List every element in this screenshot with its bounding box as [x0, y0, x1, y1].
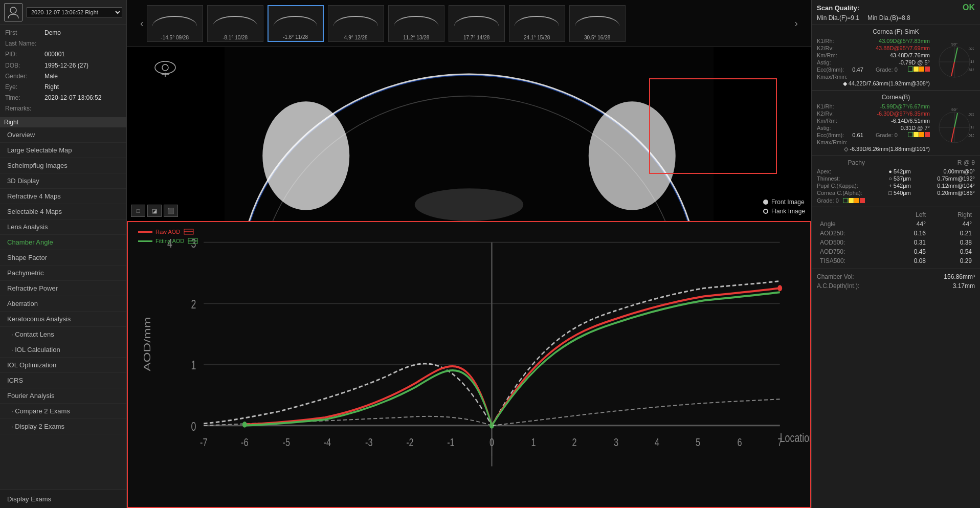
sidebar-item-icrs[interactable]: ICRS	[0, 373, 126, 388]
pid-value: 000001	[44, 50, 121, 59]
cornea-f-km: Km/Rm: 43.48D/7.76mm	[817, 52, 930, 59]
svg-point-7	[415, 188, 524, 221]
exam-selector[interactable]: 2020-12-07 13:06:52 Right	[27, 7, 122, 17]
svg-point-8	[155, 61, 175, 74]
svg-text:0: 0	[191, 419, 196, 433]
cornea-b-kmax: Kmax/Rmin:	[817, 139, 930, 146]
thumbnail-6[interactable]: 17.7° 14/28	[449, 5, 505, 42]
svg-point-0	[10, 7, 16, 13]
sidebar-item-iol-opt[interactable]: IOL Optimization	[0, 358, 126, 373]
sidebar-item-pachymetric[interactable]: Pachymetric	[0, 266, 126, 281]
pachy-col-header: Pachy	[817, 159, 896, 166]
svg-text:-4: -4	[324, 436, 331, 448]
sidebar-item-chamber-angle[interactable]: Chamber Angle	[0, 235, 126, 250]
chamber-vol-value: 156.86mm³	[944, 273, 975, 280]
svg-text:-7: -7	[200, 436, 207, 448]
table-row: TISA500: 0.08 0.29	[817, 256, 975, 266]
ac-depth-row: A.C.Depth(Int.): 3.17mm	[817, 281, 975, 291]
image-controls: □ ◪ ⬛	[131, 205, 178, 217]
thumbnail-8[interactable]: 30.5° 16/28	[569, 5, 626, 42]
cornea-b-chart: 90° 180° .022' .515'	[934, 103, 975, 152]
cornea-b-ecc: Ecc(8mm): 0.61 Grade: 0	[817, 131, 930, 139]
sidebar-item-display2[interactable]: · Display 2 Exams	[0, 419, 126, 434]
svg-text:90°: 90°	[951, 43, 957, 47]
eye-image-area: □ ◪ ⬛ Front Image Flank Image	[127, 47, 811, 221]
svg-text:-2: -2	[406, 436, 413, 448]
thumb-prev-button[interactable]: ‹	[137, 17, 147, 29]
sidebar-item-scheimpflug[interactable]: Scheimpflug Images	[0, 158, 126, 173]
svg-text:1: 1	[191, 359, 196, 372]
svg-point-9	[162, 64, 168, 71]
legend-raw-aod: Raw AOD	[138, 228, 198, 235]
svg-line-54	[954, 48, 957, 62]
cornea-b-astig: Astig: 0.31D @ 7°	[817, 124, 930, 131]
sidebar-item-large-map[interactable]: Large Selectable Map	[0, 143, 126, 158]
legend-flank: Flank Image	[763, 208, 805, 215]
sidebar-item-contact-lens[interactable]: · Contact Lens	[0, 327, 126, 342]
cornea-b-section: Cornea(B) K1/Rh: -5.99D@7°/6.67mm K2/Rv:…	[812, 91, 980, 156]
thumbnail-2[interactable]: -8.1° 10/28	[207, 5, 263, 42]
sidebar-item-iol-calc[interactable]: · IOL Calculation	[0, 342, 126, 358]
pachy-grid: Apex: ● 542μm 0.00mm@0° Thinnest: ○ 537μ…	[817, 168, 975, 196]
svg-point-46	[242, 422, 247, 428]
main-area: ‹ -14.5° 09/28 -8.1° 10/28 -1.6° 11/28 4…	[127, 0, 811, 508]
chart-legend: Raw AOD Fitting AOD	[138, 228, 198, 245]
sidebar-item-shape-factor[interactable]: Shape Factor	[0, 250, 126, 266]
cornea-b-data: K1/Rh: -5.99D@7°/6.67mm K2/Rv: -6.30D@97…	[817, 103, 930, 152]
sidebar-item-overview[interactable]: Overview	[0, 127, 126, 143]
right-panel: Scan Quality: OK Min Dia.(F)=9.1 Min Dia…	[811, 0, 980, 508]
chamber-vol-label: Chamber Vol:	[817, 273, 854, 280]
thumbnail-5[interactable]: 11.2° 13/28	[388, 5, 444, 42]
last-label: Last Name:	[5, 39, 43, 49]
sidebar-item-keratoconus[interactable]: Keratoconus Analysis	[0, 312, 126, 327]
first-value: Demo	[44, 28, 121, 38]
zoom-box-button[interactable]: □	[131, 205, 145, 217]
cornea-f-k2: K2/Rv: 43.88D@95°/7.69mm	[817, 45, 930, 52]
svg-line-64	[951, 127, 954, 142]
sidebar-item-3d[interactable]: 3D Display	[0, 173, 126, 189]
svg-text:Location/mm: Location/mm	[780, 431, 810, 444]
svg-point-48	[777, 285, 782, 291]
svg-text:-5: -5	[283, 436, 290, 448]
dob-label: DOB:	[5, 61, 43, 71]
sidebar-item-compare2[interactable]: · Compare 2 Exams	[0, 404, 126, 419]
legend-fitting-aod: Fitting AOD	[138, 237, 198, 245]
sidebar-item-refractive4[interactable]: Refractive 4 Maps	[0, 189, 126, 204]
thumb-next-button[interactable]: ›	[791, 17, 801, 29]
svg-text:1: 1	[531, 436, 536, 448]
pachy-grade: Grade: 0	[817, 197, 975, 204]
thumbnail-3[interactable]: -1.6° 11/28	[268, 5, 324, 42]
cornea-b-k1: K1/Rh: -5.99D@7°/6.67mm	[817, 103, 930, 110]
scan-quality-section: Scan Quality: OK Min Dia.(F)=9.1 Min Dia…	[812, 0, 980, 25]
first-label: First	[5, 28, 43, 38]
svg-text:180°: 180°	[970, 125, 974, 129]
display-exams-button[interactable]: Display Exams	[0, 490, 126, 508]
sidebar-item-lens[interactable]: Lens Analysis	[0, 219, 126, 235]
cornea-f-kmax: Kmax/Rmin:	[817, 73, 930, 80]
patient-header: 2020-12-07 13:06:52 Right	[0, 0, 126, 25]
eye-icon	[152, 57, 178, 81]
svg-line-55	[951, 62, 954, 76]
aod-chart: 0 1 2 3 4 AOD/mm -7 -6 -5 -4 -3 -2 -1 0 …	[128, 222, 810, 507]
angle-table: Left Right Angle 44° 44° AOD250: 0.16 0.…	[817, 210, 975, 266]
sidebar-item-fourier[interactable]: Fourier Analysis	[0, 388, 126, 404]
svg-text:AOD/mm: AOD/mm	[142, 317, 153, 371]
svg-point-6	[589, 101, 676, 210]
thumbnail-bar: ‹ -14.5° 09/28 -8.1° 10/28 -1.6° 11/28 4…	[127, 0, 811, 47]
svg-text:-6: -6	[241, 436, 248, 448]
thumbnail-4[interactable]: 4.9° 12/28	[328, 5, 384, 42]
cornea-b-kmax-val: ◇ -6.39D/6.26mm(1.88mm@101°)	[817, 146, 930, 152]
invert-button[interactable]: ⬛	[164, 205, 178, 217]
bottom-metrics: Chamber Vol: 156.86mm³ A.C.Depth(Int.): …	[812, 269, 980, 294]
legend-front: Front Image	[763, 198, 805, 206]
thumbnail-7[interactable]: 24.1° 15/28	[509, 5, 565, 42]
pid-label: PID:	[5, 50, 43, 59]
sidebar-item-refractive-power[interactable]: Refractive Power	[0, 281, 126, 296]
nav-menu: Overview Large Selectable Map Scheimpflu…	[0, 127, 126, 490]
sidebar-item-selectable4[interactable]: Selectable 4 Maps	[0, 204, 126, 219]
sidebar-item-aberration[interactable]: Aberration	[0, 296, 126, 312]
cornea-b-title: Cornea(B)	[817, 94, 975, 101]
thumbnail-1[interactable]: -14.5° 09/28	[147, 5, 203, 42]
scan-quality-header: Scan Quality: OK	[817, 3, 975, 12]
contrast-button[interactable]: ◪	[147, 205, 162, 217]
